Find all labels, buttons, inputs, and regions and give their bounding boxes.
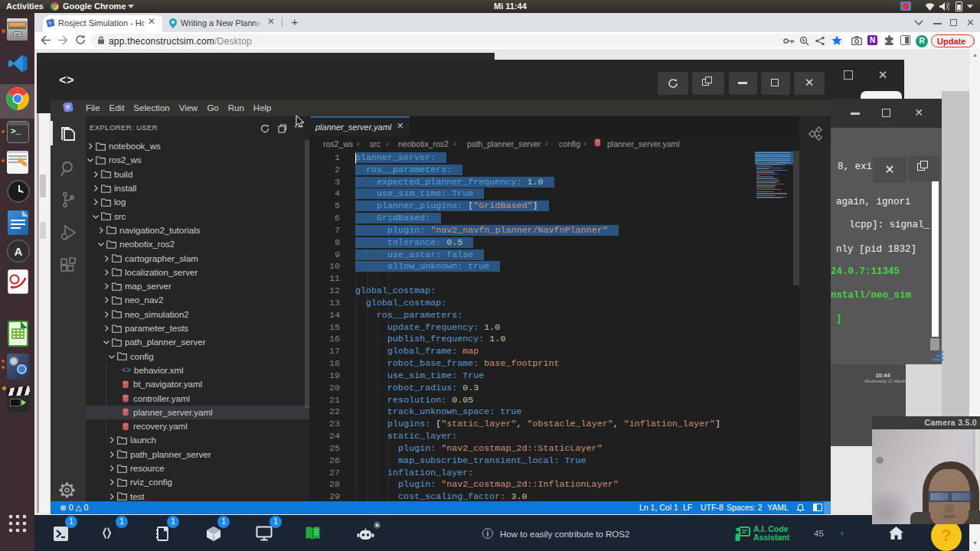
svg-text:<>: <> <box>122 367 131 374</box>
